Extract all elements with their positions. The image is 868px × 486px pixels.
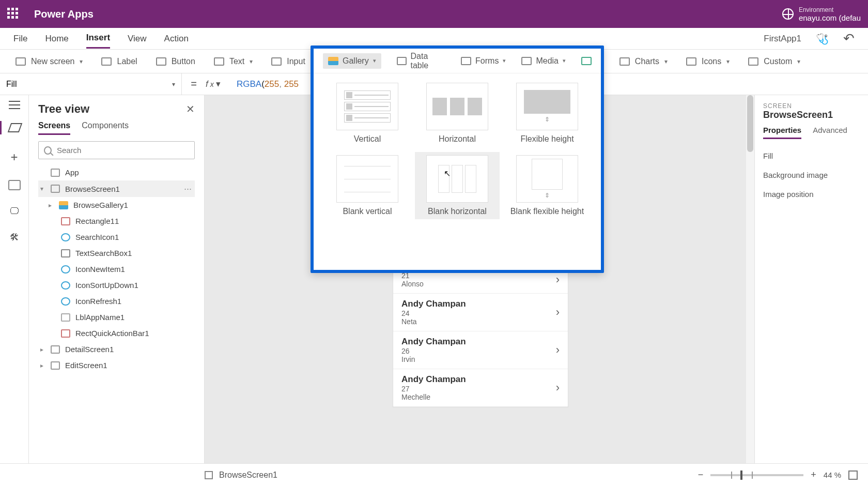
- menu-insert[interactable]: Insert: [86, 28, 110, 49]
- list-sub2: Alonso: [401, 280, 424, 288]
- list-item[interactable]: Andy Champan26Irvin›: [393, 331, 568, 369]
- gallery-option-vertical[interactable]: Vertical: [325, 80, 410, 147]
- prop-fill[interactable]: Fill: [763, 146, 860, 165]
- tab-screens[interactable]: Screens: [38, 121, 70, 135]
- app-checker-icon[interactable]: 🩺: [816, 33, 829, 45]
- menu-home[interactable]: Home: [45, 29, 68, 48]
- footer-screen-checkbox[interactable]: [205, 471, 213, 479]
- zoom-out-button[interactable]: −: [698, 469, 704, 480]
- zoom-pct: %: [834, 470, 841, 479]
- app-name[interactable]: FirstApp1: [764, 34, 801, 44]
- tree-node-iconsortupdown1[interactable]: IconSortUpDown1: [38, 277, 195, 293]
- data-icon[interactable]: [8, 180, 21, 190]
- gallery-option-blank-vertical[interactable]: Blank vertical: [325, 152, 410, 219]
- chevron-down-icon: ▾: [250, 58, 253, 65]
- tab-properties[interactable]: Properties: [763, 126, 801, 139]
- tree-node-iconnewitem1[interactable]: IconNewItem1: [38, 261, 195, 277]
- formula-function: RGBA: [237, 79, 261, 89]
- menu-action[interactable]: Action: [164, 29, 189, 48]
- fx-icon[interactable]: fx▾: [206, 79, 237, 89]
- tree-search[interactable]: [38, 141, 195, 159]
- gallery-flyout: Gallery▾ Data table Forms▾ Media▾ Vertic…: [311, 45, 604, 273]
- tree-node-app[interactable]: App: [38, 164, 195, 180]
- zoom-in-button[interactable]: +: [811, 469, 816, 480]
- environment-icon[interactable]: [782, 8, 794, 20]
- flyout-forms-button[interactable]: Forms▾: [461, 56, 506, 66]
- tree-node-label: LblAppName1: [75, 313, 125, 322]
- tree-view-icon[interactable]: [8, 123, 23, 132]
- ribbon-charts[interactable]: Charts▾: [619, 57, 668, 66]
- ribbon-label[interactable]: Label: [101, 57, 137, 66]
- flyout-gallery-button[interactable]: Gallery▾: [323, 53, 381, 69]
- tree-node-detailscreen1[interactable]: ▸DetailScreen1: [38, 341, 195, 357]
- tree-search-input[interactable]: [57, 146, 189, 155]
- zoom-slider[interactable]: [710, 474, 803, 476]
- footer-screen-name[interactable]: BrowseScreen1: [219, 470, 277, 480]
- tree-node-rectquickactionbar1[interactable]: RectQuickActionBar1: [38, 325, 195, 341]
- menu-file[interactable]: File: [13, 29, 27, 48]
- ribbon-text-label: Text: [229, 57, 244, 66]
- tree-node-rectangle11[interactable]: Rectangle11: [38, 213, 195, 229]
- app-launcher-icon[interactable]: [7, 8, 20, 20]
- insert-icon[interactable]: +: [10, 150, 18, 164]
- list-item[interactable]: Andy Champan27Mechelle›: [393, 369, 568, 407]
- chevron-down-icon: ▾: [726, 58, 730, 65]
- more-icon[interactable]: ⋯: [184, 184, 193, 193]
- tab-components[interactable]: Components: [82, 121, 129, 135]
- list-sub2: Mechelle: [401, 393, 466, 401]
- hamburger-icon[interactable]: [9, 104, 20, 105]
- tab-advanced[interactable]: Advanced: [813, 126, 847, 139]
- tree-node-lblappname1[interactable]: LblAppName1: [38, 309, 195, 325]
- gallery-option-flexible-height[interactable]: ⇕ Flexible height: [505, 80, 590, 147]
- chevron-right-icon[interactable]: ›: [556, 343, 560, 357]
- media-rail-icon[interactable]: 🖵: [10, 206, 19, 217]
- gallery-option-blank-horizontal[interactable]: Blank horizontal: [415, 152, 500, 219]
- property-selector[interactable]: Fill ▾: [0, 73, 182, 95]
- gallery-option-blank-flexible-height[interactable]: ⇕ Blank flexible height: [505, 152, 590, 219]
- ribbon-new-screen-label: New screen: [31, 57, 74, 66]
- undo-icon[interactable]: ↶: [843, 31, 855, 47]
- ribbon-custom[interactable]: Custom▾: [748, 57, 800, 66]
- flyout-charts-button[interactable]: [581, 57, 592, 65]
- canvas-preview[interactable]: 21Alonso› Andy Champan24Neta› Andy Champ…: [393, 266, 568, 407]
- equals-sign: =: [182, 78, 206, 90]
- tree-node-label: TextSearchBox1: [75, 249, 132, 257]
- prop-image-position[interactable]: Image position: [763, 185, 860, 204]
- close-icon[interactable]: ✕: [186, 103, 195, 115]
- ribbon-text[interactable]: Text▾: [214, 57, 253, 66]
- ribbon-input[interactable]: Input▾: [271, 57, 314, 66]
- tree-node-textsearchbox1[interactable]: TextSearchBox1: [38, 245, 195, 261]
- chevron-right-icon[interactable]: ›: [556, 306, 560, 319]
- list-sub1: 24: [401, 309, 466, 317]
- prop-background-image[interactable]: Background image: [763, 165, 860, 185]
- tree-node-browsegallery1[interactable]: ▸BrowseGallery1: [38, 197, 195, 213]
- chevron-down-icon: ▾: [172, 81, 175, 88]
- expand-icon[interactable]: [848, 470, 858, 480]
- tree-node-searchicon1[interactable]: SearchIcon1: [38, 229, 195, 245]
- tree-node-label: SearchIcon1: [75, 233, 119, 241]
- gallery-option-label: Horizontal: [439, 134, 476, 144]
- chevron-right-icon[interactable]: ›: [556, 381, 560, 394]
- flyout-media-button[interactable]: Media▾: [521, 56, 566, 66]
- canvas-scrollbar[interactable]: [746, 95, 754, 463]
- advanced-tools-icon[interactable]: 🛠: [10, 232, 19, 243]
- gallery-option-label: Blank vertical: [343, 207, 392, 216]
- list-item[interactable]: Andy Champan24Neta›: [393, 294, 568, 331]
- tree-node-browsescreen1[interactable]: ▾BrowseScreen1⋯: [38, 180, 195, 197]
- formula-input[interactable]: RGBA(255, 255: [237, 79, 299, 89]
- chevron-down-icon: ▾: [373, 57, 376, 64]
- tree-node-iconrefresh1[interactable]: IconRefresh1: [38, 293, 195, 309]
- flyout-datatable-button[interactable]: Data table: [397, 52, 445, 70]
- chevron-down-icon: ▾: [664, 58, 668, 65]
- cursor-icon: ↖: [444, 169, 451, 178]
- menu-view[interactable]: View: [128, 29, 147, 48]
- tree-node-editscreen1[interactable]: ▸EditScreen1: [38, 357, 195, 373]
- chevron-right-icon[interactable]: ›: [556, 273, 560, 286]
- ribbon-button[interactable]: Button: [156, 57, 195, 66]
- gallery-option-horizontal[interactable]: Horizontal: [415, 80, 500, 147]
- ribbon-new-screen[interactable]: New screen▾: [16, 57, 83, 66]
- ribbon-icons[interactable]: Icons▾: [686, 57, 730, 66]
- environment-value[interactable]: enayu.com (defau: [799, 13, 861, 22]
- flyout-gallery-label: Gallery: [343, 56, 369, 66]
- tree-node-label: IconNewItem1: [75, 265, 125, 274]
